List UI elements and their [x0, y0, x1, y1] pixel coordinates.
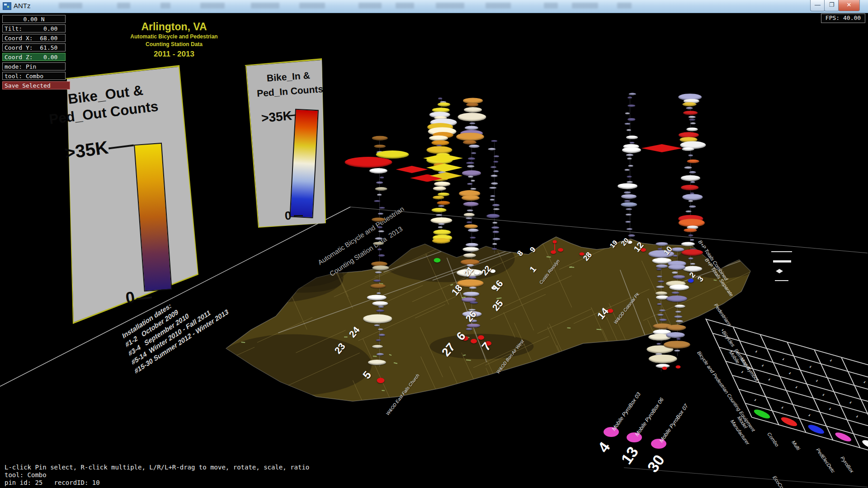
- station-pin-dot[interactable]: [551, 250, 556, 254]
- count-glyph[interactable]: [466, 217, 472, 219]
- count-glyph[interactable]: [673, 255, 678, 257]
- close-button[interactable]: ✕: [838, 0, 860, 11]
- count-glyph[interactable]: [372, 266, 389, 271]
- count-glyph[interactable]: [491, 183, 498, 185]
- count-glyph[interactable]: [471, 180, 475, 182]
- hud-row-mode[interactable]: mode: Pin: [2, 62, 66, 70]
- count-glyph[interactable]: [489, 187, 496, 189]
- hud-row-tilt[interactable]: Tilt: 0.00: [2, 24, 66, 33]
- count-glyph[interactable]: [374, 145, 386, 148]
- count-glyph[interactable]: [689, 258, 693, 259]
- count-glyph[interactable]: [681, 175, 700, 181]
- hud-row-tool[interactable]: tool: Combo: [2, 72, 66, 80]
- count-glyph[interactable]: [374, 200, 380, 202]
- station-pin-dot[interactable]: [434, 258, 441, 263]
- count-glyph[interactable]: [684, 228, 697, 232]
- pin-head[interactable]: [553, 240, 557, 244]
- count-glyph[interactable]: [377, 249, 382, 250]
- count-glyph[interactable]: [666, 296, 687, 302]
- count-glyph[interactable]: [493, 238, 500, 240]
- count-glyph[interactable]: [686, 107, 693, 109]
- hud-row-0-00-n[interactable]: 0.00 N: [2, 15, 66, 23]
- count-glyph[interactable]: [457, 279, 483, 287]
- station-pin-dot[interactable]: [676, 366, 681, 369]
- count-glyph[interactable]: [376, 182, 383, 184]
- hud-row-coord-x[interactable]: Coord X: 68.00: [2, 34, 66, 42]
- count-glyph[interactable]: [456, 132, 484, 141]
- count-glyph[interactable]: [624, 192, 631, 194]
- count-glyph[interactable]: [687, 128, 698, 131]
- count-glyph[interactable]: [657, 303, 662, 305]
- count-glyph[interactable]: [690, 263, 695, 265]
- count-glyph[interactable]: [469, 287, 476, 289]
- count-glyph[interactable]: [468, 176, 473, 178]
- count-glyph[interactable]: [376, 353, 383, 356]
- count-glyph[interactable]: [675, 320, 683, 323]
- count-glyph[interactable]: [492, 204, 500, 206]
- count-glyph[interactable]: [438, 205, 444, 207]
- count-glyph[interactable]: [377, 292, 381, 294]
- count-glyph[interactable]: [490, 199, 495, 201]
- count-glyph[interactable]: [656, 291, 667, 295]
- count-glyph[interactable]: [624, 123, 630, 125]
- restore-button[interactable]: ❐: [824, 0, 839, 11]
- count-glyph[interactable]: [463, 247, 479, 252]
- count-glyph[interactable]: [467, 165, 474, 168]
- count-glyph[interactable]: [372, 301, 388, 306]
- hud-row-coord-z[interactable]: Coord Z: 0.00: [2, 53, 66, 61]
- count-glyph[interactable]: [667, 324, 686, 330]
- count-glyph[interactable]: [688, 235, 693, 236]
- station-pin-dot[interactable]: [478, 335, 484, 340]
- minimize-button[interactable]: —: [810, 0, 825, 11]
- hud-row-coord-y[interactable]: Coord Y: 61.50: [2, 43, 66, 52]
- count-glyph[interactable]: [377, 226, 382, 228]
- count-glyph[interactable]: [657, 343, 661, 345]
- count-glyph[interactable]: [464, 225, 478, 229]
- large-count-glyph[interactable]: [345, 157, 392, 168]
- count-glyph[interactable]: [683, 266, 702, 272]
- count-glyph[interactable]: [628, 97, 632, 99]
- count-glyph[interactable]: [625, 169, 630, 171]
- count-glyph[interactable]: [433, 230, 451, 235]
- count-glyph[interactable]: [670, 284, 689, 290]
- count-glyph[interactable]: [688, 116, 696, 118]
- count-glyph[interactable]: [437, 201, 450, 205]
- count-glyph[interactable]: [493, 170, 499, 172]
- count-glyph[interactable]: [629, 142, 634, 144]
- count-glyph[interactable]: [486, 214, 500, 218]
- count-glyph[interactable]: [664, 341, 690, 349]
- count-glyph[interactable]: [462, 170, 481, 176]
- count-glyph[interactable]: [618, 183, 637, 189]
- count-glyph[interactable]: [458, 113, 486, 121]
- count-glyph[interactable]: [689, 206, 696, 208]
- count-glyph[interactable]: [682, 147, 694, 151]
- count-glyph[interactable]: [433, 196, 444, 199]
- station-pin-dot[interactable]: [558, 248, 563, 252]
- count-glyph[interactable]: [463, 253, 476, 258]
- count-glyph[interactable]: [439, 223, 444, 225]
- count-glyph[interactable]: [470, 188, 476, 190]
- count-glyph[interactable]: [656, 264, 668, 268]
- count-glyph[interactable]: [689, 171, 696, 174]
- count-glyph[interactable]: [659, 319, 666, 321]
- count-glyph[interactable]: [374, 324, 380, 326]
- count-glyph[interactable]: [369, 168, 387, 173]
- count-glyph[interactable]: [433, 187, 446, 191]
- count-glyph[interactable]: [628, 165, 633, 167]
- count-glyph[interactable]: [649, 355, 677, 363]
- station-pin-dot[interactable]: [471, 339, 477, 343]
- count-glyph[interactable]: [622, 147, 641, 153]
- count-glyph[interactable]: [464, 107, 482, 113]
- count-glyph[interactable]: [491, 140, 498, 142]
- title-bar[interactable]: ANTz — ❐ ✕: [0, 0, 868, 13]
- count-glyph[interactable]: [626, 136, 638, 139]
- count-glyph[interactable]: [375, 187, 387, 191]
- count-glyph[interactable]: [377, 194, 382, 196]
- station-pin-dot[interactable]: [377, 378, 385, 383]
- count-glyph[interactable]: [434, 182, 451, 187]
- count-glyph[interactable]: [438, 98, 443, 99]
- count-glyph[interactable]: [628, 93, 636, 95]
- count-glyph[interactable]: [380, 177, 384, 178]
- count-glyph[interactable]: [626, 208, 632, 210]
- station-pin-dot[interactable]: [688, 279, 694, 283]
